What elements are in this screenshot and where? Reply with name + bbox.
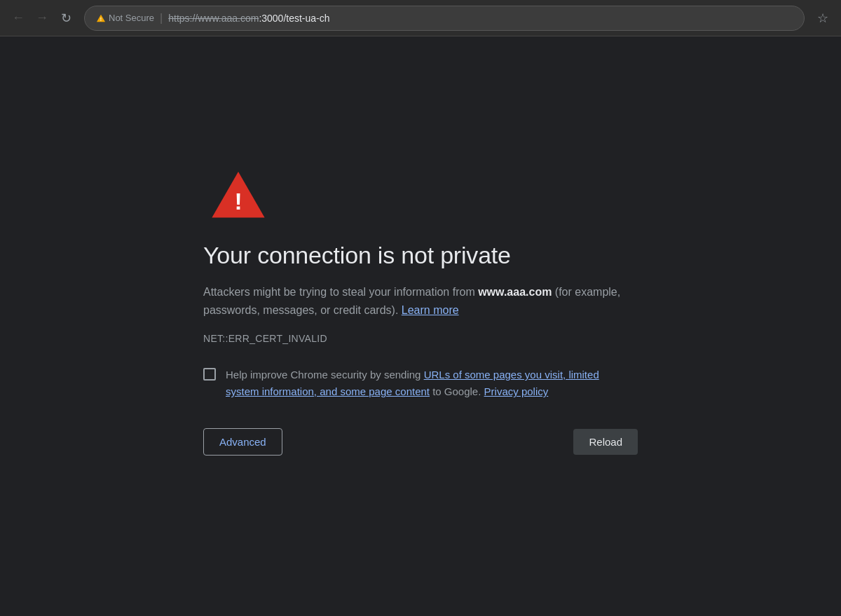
nav-buttons: ← → ↻	[8, 8, 76, 28]
url-path: :3000/test-ua-ch	[259, 13, 329, 24]
error-code: NET::ERR_CERT_INVALID	[203, 333, 327, 344]
site-name: www.aaa.com	[478, 286, 552, 298]
svg-text:!: !	[100, 17, 102, 22]
error-page: ! Your connection is not private Attacke…	[0, 36, 841, 616]
learn-more-link[interactable]: Learn more	[402, 304, 459, 316]
bookmark-button[interactable]: ☆	[813, 8, 833, 28]
checkbox-wrapper	[203, 368, 216, 381]
url-display: https://www.aaa.com:3000/test-ua-ch	[168, 13, 793, 24]
svg-text:!: !	[234, 189, 242, 214]
reload-button[interactable]: ↻	[56, 8, 76, 28]
buttons-row: Advanced Reload	[203, 428, 638, 456]
back-icon: ←	[12, 11, 25, 25]
warning-small-icon: !	[96, 13, 106, 23]
checkbox-text-middle: to Google.	[430, 385, 481, 397]
forward-button[interactable]: →	[32, 8, 52, 28]
advanced-button[interactable]: Advanced	[203, 428, 282, 456]
error-description: Attackers might be trying to steal your …	[203, 283, 624, 319]
improve-security-checkbox[interactable]	[203, 368, 216, 381]
description-text-before: Attackers might be trying to steal your …	[203, 286, 478, 298]
reload-icon: ↻	[61, 11, 71, 26]
url-protocol: https://www.aaa.com	[168, 13, 259, 24]
checkbox-section: Help improve Chrome security by sending …	[203, 367, 624, 400]
url-separator: |	[160, 12, 163, 25]
address-bar[interactable]: ! Not Secure | https://www.aaa.com:3000/…	[84, 6, 805, 31]
bookmark-icon: ☆	[817, 11, 828, 26]
not-secure-label: Not Secure	[109, 13, 154, 23]
error-heading: Your connection is not private	[203, 242, 511, 269]
error-container: ! Your connection is not private Attacke…	[203, 169, 638, 484]
privacy-policy-link[interactable]: Privacy policy	[484, 385, 549, 397]
back-button[interactable]: ←	[8, 8, 28, 28]
forward-icon: →	[36, 11, 48, 25]
checkbox-label: Help improve Chrome security by sending …	[226, 367, 624, 400]
reload-page-button[interactable]: Reload	[573, 429, 638, 455]
security-badge: ! Not Secure	[96, 13, 154, 23]
warning-icon-large: !	[210, 169, 266, 222]
browser-toolbar: ← → ↻ ! Not Secure | https://www.aaa.com…	[0, 0, 841, 36]
checkbox-text-before: Help improve Chrome security by sending	[226, 369, 424, 381]
